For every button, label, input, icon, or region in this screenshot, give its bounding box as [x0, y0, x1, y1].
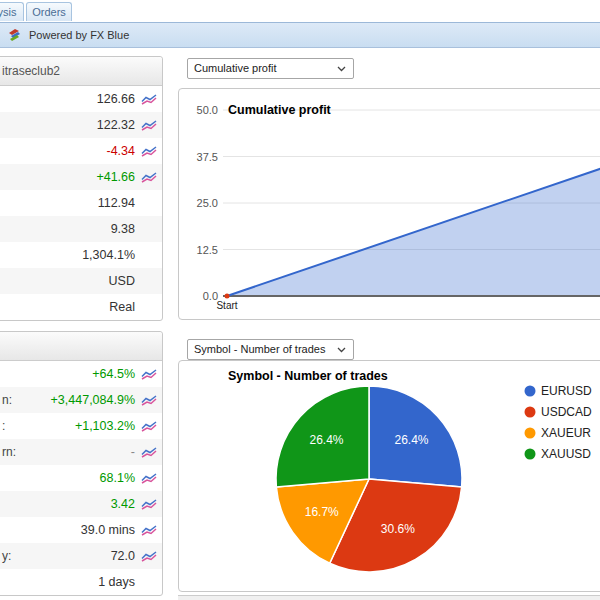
mini-chart-icon[interactable] — [141, 120, 157, 131]
stat-value: 1 days — [98, 575, 135, 589]
stats-panel: +64.5%n:+3,447,084.9%:+1,103.2%rn:-68.1%… — [0, 331, 163, 596]
stat-row: :+1,103.2% — [0, 413, 162, 439]
icon-spacer — [141, 198, 157, 209]
stat-value: 9.38 — [111, 222, 135, 236]
cumulative-profit-chart-panel: 0.012.525.037.550.0Cumulative profitStar… — [178, 88, 600, 320]
account-panel-rows: 126.66122.32-4.34+41.66112.949.381,304.1… — [0, 86, 162, 320]
stat-value: -4.34 — [107, 144, 136, 158]
svg-text:Cumulative profit: Cumulative profit — [228, 103, 332, 117]
legend-item: EURUSD — [525, 384, 593, 398]
icon-spacer — [141, 224, 157, 235]
stat-value: 39.0 mins — [81, 523, 135, 537]
mini-chart-icon[interactable] — [141, 146, 157, 157]
stat-value: +3,447,084.9% — [51, 393, 135, 407]
mini-chart-icon[interactable] — [141, 172, 157, 183]
stat-row: 126.66 — [0, 86, 162, 112]
mini-chart-icon[interactable] — [141, 421, 157, 432]
mini-chart-icon[interactable] — [141, 525, 157, 536]
account-panel: itraseclub2 126.66122.32-4.34+41.66112.9… — [0, 56, 163, 321]
stat-value: +41.66 — [96, 170, 135, 184]
mini-chart-icon[interactable] — [141, 94, 157, 105]
mini-chart-icon[interactable] — [141, 395, 157, 406]
stats-panel-header — [0, 332, 162, 361]
stat-value: 122.32 — [97, 118, 135, 132]
chart-type-select[interactable]: Cumulative profit — [187, 58, 354, 79]
stat-value: +64.5% — [92, 367, 135, 381]
svg-text:XAUEUR: XAUEUR — [541, 426, 591, 440]
svg-text:Symbol - Number of trades: Symbol - Number of trades — [228, 369, 388, 383]
stat-row: Real — [0, 294, 162, 320]
mini-chart-icon[interactable] — [141, 551, 157, 562]
stat-value: - — [131, 445, 135, 459]
icon-spacer — [141, 276, 157, 287]
tab-analysis-partial[interactable]: ysis — [0, 2, 24, 21]
svg-text:USDCAD: USDCAD — [541, 405, 592, 419]
account-panel-header: itraseclub2 — [0, 57, 162, 86]
svg-text:50.0: 50.0 — [197, 104, 218, 116]
stat-row: 3.42 — [0, 491, 162, 517]
stat-row: -4.34 — [0, 138, 162, 164]
svg-text:37.5: 37.5 — [197, 151, 218, 163]
mini-chart-icon[interactable] — [141, 499, 157, 510]
svg-text:Start: Start — [216, 300, 237, 311]
stat-row: n:+3,447,084.9% — [0, 387, 162, 413]
mini-chart-icon[interactable] — [141, 473, 157, 484]
pie-type-select-value: Symbol - Number of trades — [194, 340, 337, 359]
chevron-down-icon — [337, 347, 346, 353]
icon-spacer — [141, 302, 157, 313]
stat-row: 112.94 — [0, 190, 162, 216]
stat-value: 1,304.1% — [82, 248, 135, 262]
icon-spacer — [141, 577, 157, 588]
stat-label-fragment: y: — [0, 549, 111, 563]
stat-value: 112.94 — [98, 196, 135, 210]
stat-row: +41.66 — [0, 164, 162, 190]
legend-item: USDCAD — [525, 405, 593, 419]
stat-row: 9.38 — [0, 216, 162, 242]
svg-text:25.0: 25.0 — [197, 197, 218, 209]
stat-row: 122.32 — [0, 112, 162, 138]
icon-spacer — [141, 250, 157, 261]
svg-text:16.7%: 16.7% — [305, 505, 339, 519]
fx-blue-logo-icon — [7, 28, 21, 42]
powered-by-label: Powered by FX Blue — [29, 29, 129, 41]
stat-row: USD — [0, 268, 162, 294]
svg-text:XAUUSD: XAUUSD — [541, 447, 591, 461]
stat-row: 1,304.1% — [0, 242, 162, 268]
stat-row: 1 days — [0, 569, 162, 595]
symbol-trades-chart-panel: Symbol - Number of trades26.4%30.6%16.7%… — [178, 360, 600, 592]
stat-row: rn:- — [0, 439, 162, 465]
svg-text:30.6%: 30.6% — [381, 522, 415, 536]
stat-value: 126.66 — [97, 92, 135, 106]
stat-label-fragment: : — [0, 419, 75, 433]
stat-row: +64.5% — [0, 361, 162, 387]
stat-row: y:72.0 — [0, 543, 162, 569]
svg-text:EURUSD: EURUSD — [541, 384, 592, 398]
stat-value: 68.1% — [100, 471, 135, 485]
stat-label-fragment: n: — [0, 393, 51, 407]
mini-chart-icon[interactable] — [141, 369, 157, 380]
stat-value: 3.42 — [111, 497, 135, 511]
stat-row: 39.0 mins — [0, 517, 162, 543]
mini-chart-icon[interactable] — [141, 447, 157, 458]
next-section-edge — [178, 595, 600, 600]
chart-type-select-value: Cumulative profit — [194, 59, 337, 78]
pie-type-select[interactable]: Symbol - Number of trades — [187, 339, 354, 360]
legend-item: XAUUSD — [525, 447, 592, 461]
stats-panel-rows: +64.5%n:+3,447,084.9%:+1,103.2%rn:-68.1%… — [0, 361, 162, 595]
stat-value: 72.0 — [111, 549, 135, 563]
svg-text:26.4%: 26.4% — [309, 433, 343, 447]
stat-value: USD — [109, 274, 135, 288]
chevron-down-icon — [337, 66, 346, 72]
svg-text:26.4%: 26.4% — [394, 433, 428, 447]
charts-column: Cumulative profit 0.012.525.037.550.0Cum… — [178, 0, 600, 600]
stat-label-fragment: rn: — [0, 445, 131, 459]
stat-value: +1,103.2% — [75, 419, 135, 433]
stat-row: 68.1% — [0, 465, 162, 491]
tab-orders[interactable]: Orders — [26, 2, 72, 21]
svg-text:12.5: 12.5 — [197, 244, 218, 256]
legend-item: XAUEUR — [525, 426, 592, 440]
stat-value: Real — [109, 300, 135, 314]
